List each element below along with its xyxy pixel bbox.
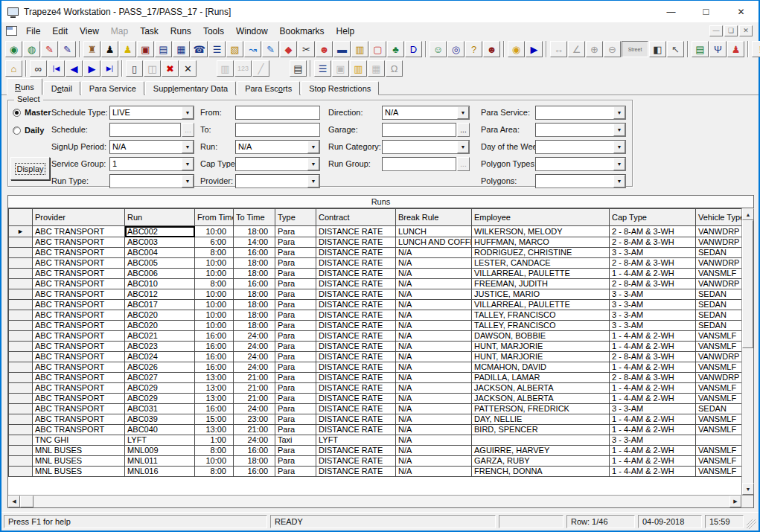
cell-cap-type[interactable]: 1 - 4-AM & 2-WH: [610, 269, 696, 279]
cell-provider[interactable]: MNL BUSES: [33, 467, 125, 477]
cell-run[interactable]: MNL009: [125, 446, 195, 456]
tab-detail[interactable]: Detail: [43, 81, 80, 95]
row-selector[interactable]: [9, 394, 33, 404]
cell-employee[interactable]: HUNT, MARJORIE: [472, 352, 610, 362]
route-edit-icon[interactable]: ✎: [262, 41, 279, 57]
fleet-icon[interactable]: ▥: [351, 41, 368, 57]
vertical-scroll-thumb[interactable]: [742, 220, 753, 348]
col-header-type[interactable]: Type: [275, 209, 316, 226]
filter-direction-dropdown-icon[interactable]: ▼: [457, 106, 469, 119]
cell-type[interactable]: Para: [275, 383, 316, 394]
cell-from-time[interactable]: 1:00: [195, 435, 234, 446]
cell-break-rule[interactable]: N/A: [396, 342, 472, 352]
menu-runs[interactable]: Runs: [165, 24, 197, 39]
cell-contract[interactable]: DISTANCE RATE: [316, 414, 396, 425]
cell-cap-type[interactable]: 3 - 3-AM: [610, 435, 696, 446]
cell-employee[interactable]: WILKERSON, MELODY: [472, 226, 610, 237]
bus-palm-icon[interactable]: ♣: [387, 41, 404, 57]
menu-help[interactable]: Help: [330, 24, 361, 39]
master-radio-icon[interactable]: [13, 109, 21, 117]
cell-to-time[interactable]: 24:00: [234, 362, 275, 373]
row-selector[interactable]: [9, 352, 33, 362]
save-icon[interactable]: ◫: [144, 60, 161, 77]
row-selector[interactable]: [9, 435, 33, 446]
cell-vehicle-type[interactable]: VANSMLF: [696, 467, 742, 477]
cell-contract[interactable]: DISTANCE RATE: [316, 362, 396, 373]
cell-employee[interactable]: FREEMAN, JUDITH: [472, 279, 610, 289]
cell-from-time[interactable]: 15:00: [195, 414, 234, 425]
filter-run-type-combo[interactable]: ▼: [109, 174, 194, 188]
filter-signup-period-dropdown-icon[interactable]: ▼: [182, 141, 194, 153]
cell-employee[interactable]: TALLEY, FRANCISCO: [472, 310, 610, 321]
filter-para-area-dropdown-icon[interactable]: ▼: [613, 124, 625, 136]
cell-run[interactable]: ABC029: [125, 383, 195, 394]
cell-break-rule[interactable]: N/A: [396, 300, 472, 310]
cell-vehicle-type[interactable]: VANWDRP: [696, 226, 742, 237]
cell-type[interactable]: Para: [275, 342, 316, 352]
menu-task[interactable]: Task: [134, 24, 165, 39]
cell-type[interactable]: Para: [275, 248, 316, 258]
cell-cap-type[interactable]: 1 - 4-AM & 2-WH: [610, 425, 696, 435]
cell-cap-type[interactable]: 2 - 8-AM & 3-WH: [610, 373, 696, 383]
col-header-vehicle-type[interactable]: Vehicle Type: [696, 209, 742, 226]
cell-type[interactable]: Para: [275, 289, 316, 300]
delete-record-icon[interactable]: ✖: [162, 60, 179, 77]
building-icon[interactable]: ▦: [368, 60, 385, 77]
cell-to-time[interactable]: 24:00: [234, 435, 275, 446]
cell-vehicle-type[interactable]: VANSMLF: [696, 342, 742, 352]
cell-contract[interactable]: DISTANCE RATE: [316, 269, 396, 279]
cell-type[interactable]: Para: [275, 456, 316, 467]
cell-run[interactable]: ABC006: [125, 269, 195, 279]
cell-employee[interactable]: PADILLA, LAMAR: [472, 373, 610, 383]
cell-provider[interactable]: MNL BUSES: [33, 456, 125, 467]
cell-from-time[interactable]: 10:00: [195, 300, 234, 310]
cell-break-rule[interactable]: N/A: [396, 373, 472, 383]
row-selector[interactable]: [9, 446, 33, 456]
cell-type[interactable]: Para: [275, 425, 316, 435]
menu-view[interactable]: View: [74, 24, 105, 39]
cell-cap-type[interactable]: 1 - 4-AM & 2-WH: [610, 414, 696, 425]
cell-from-time[interactable]: 13:00: [195, 425, 234, 435]
cell-run[interactable]: ABC010: [125, 279, 195, 289]
cell-run[interactable]: ABC012: [125, 289, 195, 300]
cell-from-time[interactable]: 10:00: [195, 289, 234, 300]
mdt-icon[interactable]: ▤: [692, 41, 709, 57]
col-header-from-time[interactable]: From Time: [195, 209, 234, 226]
col-header-selector[interactable]: [9, 209, 33, 226]
bus-query-icon[interactable]: ?: [465, 41, 482, 57]
cell-break-rule[interactable]: LUNCH AND COFFEE: [396, 237, 472, 248]
cell-break-rule[interactable]: N/A: [396, 331, 472, 342]
cell-run[interactable]: ABC027: [125, 373, 195, 383]
cell-cap-type[interactable]: 3 - 3-AM: [610, 248, 696, 258]
cell-vehicle-type[interactable]: VANSMLF: [696, 269, 742, 279]
cell-run[interactable]: ABC029: [125, 394, 195, 404]
cell-run[interactable]: ABC004: [125, 248, 195, 258]
cell-provider[interactable]: ABC TRANSPORT: [33, 414, 125, 425]
cell-to-time[interactable]: 21:00: [234, 394, 275, 404]
cell-vehicle-type[interactable]: SEDAN: [696, 300, 742, 310]
row-selector[interactable]: ►: [9, 226, 33, 237]
horizontal-scroll-thumb[interactable]: [20, 496, 33, 507]
cell-employee[interactable]: MCMAHON, DAVID: [472, 362, 610, 373]
cell-break-rule[interactable]: N/A: [396, 289, 472, 300]
filter-polygon-types-dropdown-icon[interactable]: ▼: [613, 158, 625, 170]
tab-para-service[interactable]: Para Service: [81, 81, 144, 95]
cell-provider[interactable]: ABC TRANSPORT: [33, 383, 125, 394]
cell-provider[interactable]: ABC TRANSPORT: [33, 248, 125, 258]
renumber-icon[interactable]: 123: [234, 60, 252, 77]
bus-stops-icon[interactable]: ▦: [173, 41, 190, 57]
cell-provider[interactable]: ABC TRANSPORT: [33, 279, 125, 289]
cell-cap-type[interactable]: 2 - 8-AM & 3-WH: [610, 237, 696, 248]
cell-from-time[interactable]: 16:00: [195, 342, 234, 352]
cell-provider[interactable]: TNC GHI: [33, 435, 125, 446]
cell-to-time[interactable]: 24:00: [234, 404, 275, 414]
cell-run[interactable]: ABC039: [125, 414, 195, 425]
cell-employee[interactable]: FRENCH, DONNA: [472, 467, 610, 477]
cell-cap-type[interactable]: 1 - 4-AM & 2-WH: [610, 383, 696, 394]
row-selector[interactable]: [9, 237, 33, 248]
filter-from-input[interactable]: [235, 106, 320, 120]
cell-vehicle-type[interactable]: SEDAN: [696, 248, 742, 258]
radio-daily[interactable]: Daily: [13, 126, 44, 135]
cell-run[interactable]: ABC021: [125, 331, 195, 342]
cell-contract[interactable]: LYFT: [316, 435, 396, 446]
